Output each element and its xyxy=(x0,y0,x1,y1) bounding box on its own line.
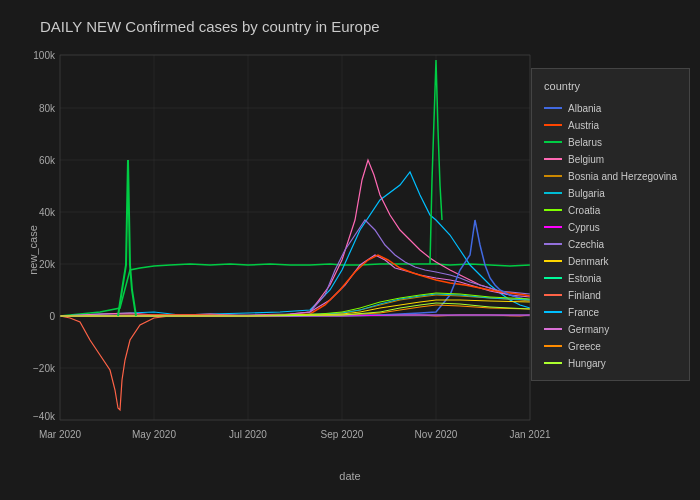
legend-color-line xyxy=(544,124,562,126)
legend-item: Bulgaria xyxy=(544,185,677,202)
line-belarus-spike xyxy=(118,160,136,316)
legend-color-line xyxy=(544,311,562,313)
svg-text:Jul 2020: Jul 2020 xyxy=(229,429,267,440)
legend-item: Croatia xyxy=(544,202,677,219)
legend-item: Austria xyxy=(544,117,677,134)
legend-item-label: Germany xyxy=(568,321,609,338)
svg-text:40k: 40k xyxy=(39,207,56,218)
svg-text:Nov 2020: Nov 2020 xyxy=(415,429,458,440)
legend-item-label: Czechia xyxy=(568,236,604,253)
legend-item-label: Albania xyxy=(568,100,601,117)
svg-text:0: 0 xyxy=(49,311,55,322)
legend-item: Germany xyxy=(544,321,677,338)
svg-rect-29 xyxy=(60,55,530,420)
legend-item: Czechia xyxy=(544,236,677,253)
legend-title: country xyxy=(544,77,677,96)
svg-text:Jan 2021: Jan 2021 xyxy=(509,429,551,440)
legend-item: Greece xyxy=(544,338,677,355)
legend-color-line xyxy=(544,175,562,177)
legend-item-label: Estonia xyxy=(568,270,601,287)
legend-item-label: Belgium xyxy=(568,151,604,168)
legend-item: Denmark xyxy=(544,253,677,270)
legend-color-line xyxy=(544,362,562,364)
legend-color-line xyxy=(544,107,562,109)
y-axis-ticks: 100k 80k 60k 40k 20k 0 −20k −40k xyxy=(33,50,56,422)
legend-item: Finland xyxy=(544,287,677,304)
svg-text:Mar 2020: Mar 2020 xyxy=(39,429,82,440)
legend-item-label: Cyprus xyxy=(568,219,600,236)
legend-item: Estonia xyxy=(544,270,677,287)
legend-color-line xyxy=(544,345,562,347)
legend-item-label: Bulgaria xyxy=(568,185,605,202)
legend-item-label: Bosnia and Herzegovina xyxy=(568,168,677,185)
legend-item: Albania xyxy=(544,100,677,117)
legend-color-line xyxy=(544,294,562,296)
svg-text:100k: 100k xyxy=(33,50,56,61)
legend-color-line xyxy=(544,243,562,245)
grid-lines xyxy=(60,55,530,420)
svg-text:May 2020: May 2020 xyxy=(132,429,176,440)
legend-color-line xyxy=(544,277,562,279)
legend-color-line xyxy=(544,260,562,262)
svg-text:60k: 60k xyxy=(39,155,56,166)
x-axis-ticks: Mar 2020 May 2020 Jul 2020 Sep 2020 Nov … xyxy=(39,429,551,440)
legend-color-line xyxy=(544,192,562,194)
line-belgium xyxy=(60,160,530,316)
legend-item-label: Finland xyxy=(568,287,601,304)
legend-item-label: Hungary xyxy=(568,355,606,372)
svg-text:Sep 2020: Sep 2020 xyxy=(321,429,364,440)
legend-item-label: Belarus xyxy=(568,134,602,151)
chart-container: DAILY NEW Confirmed cases by country in … xyxy=(0,0,700,500)
svg-text:80k: 80k xyxy=(39,103,56,114)
legend-item: Cyprus xyxy=(544,219,677,236)
legend-item: Bosnia and Herzegovina xyxy=(544,168,677,185)
legend-item-label: Denmark xyxy=(568,253,609,270)
legend-item: France xyxy=(544,304,677,321)
legend-item: Belgium xyxy=(544,151,677,168)
svg-text:20k: 20k xyxy=(39,259,56,270)
line-finland xyxy=(60,315,530,410)
svg-text:−20k: −20k xyxy=(33,363,56,374)
legend-item: Belarus xyxy=(544,134,677,151)
legend-item-label: Croatia xyxy=(568,202,600,219)
legend-color-line xyxy=(544,209,562,211)
legend-color-line xyxy=(544,158,562,160)
legend-item-label: Austria xyxy=(568,117,599,134)
legend-item-label: Greece xyxy=(568,338,601,355)
legend-color-line xyxy=(544,328,562,330)
legend-item: Hungary xyxy=(544,355,677,372)
legend-color-line xyxy=(544,141,562,143)
legend-item-label: France xyxy=(568,304,599,321)
legend-color-line xyxy=(544,226,562,228)
svg-text:−40k: −40k xyxy=(33,411,56,422)
legend: country AlbaniaAustriaBelarusBelgiumBosn… xyxy=(531,68,690,381)
